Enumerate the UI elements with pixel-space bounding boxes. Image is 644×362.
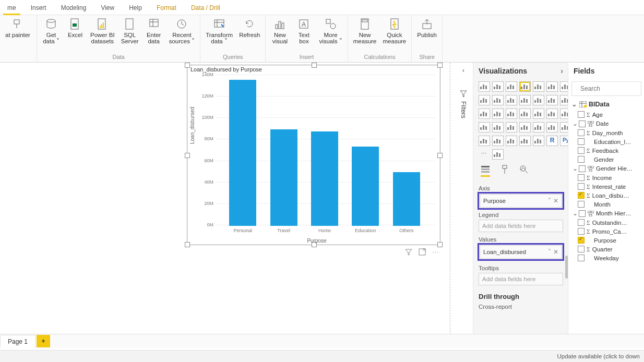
- field-checkbox[interactable]: [578, 183, 585, 190]
- pbi-datasets-button[interactable]: Power BIdatasets: [90, 17, 115, 44]
- tab-modeling[interactable]: Modeling: [54, 1, 94, 15]
- field-checkbox[interactable]: [578, 174, 585, 181]
- chevron-down-icon[interactable]: ˅: [548, 197, 551, 204]
- field-checkbox[interactable]: [578, 138, 585, 145]
- report-canvas[interactable]: Loan_disbursed by Purpose Loan_disbursed…: [0, 63, 644, 335]
- chevron-down-icon[interactable]: ⌄: [571, 100, 577, 108]
- viz-type-icon[interactable]: [492, 81, 504, 92]
- viz-type-icon[interactable]: [519, 108, 531, 119]
- viz-type-icon[interactable]: [492, 136, 504, 146]
- viz-type-icon[interactable]: [492, 122, 504, 132]
- viz-type-icon[interactable]: ···: [479, 149, 489, 159]
- field-item[interactable]: ΣPromo_Ca…: [570, 227, 642, 236]
- viz-type-icon[interactable]: [506, 81, 517, 92]
- viz-type-icon[interactable]: [546, 95, 558, 105]
- viz-type-icon[interactable]: [506, 122, 517, 132]
- field-item[interactable]: ΣQuarter: [570, 245, 642, 254]
- field-item[interactable]: Education_l…: [570, 137, 642, 146]
- remove-field-icon[interactable]: ✕: [553, 248, 558, 256]
- more-visuals-button[interactable]: Morevisuals ˅: [319, 17, 342, 44]
- field-checkbox[interactable]: [579, 165, 586, 172]
- add-page-button[interactable]: +: [37, 335, 50, 347]
- tab-data-drill[interactable]: Data / Drill: [184, 1, 228, 15]
- viz-type-icon[interactable]: [546, 122, 558, 132]
- tooltips-well[interactable]: Add data fields here: [479, 273, 563, 285]
- new-visual-button[interactable]: Newvisual: [271, 17, 289, 44]
- axis-well[interactable]: Purpose ˅✕: [480, 194, 562, 208]
- viz-type-icon[interactable]: [560, 108, 568, 119]
- format-tab-icon[interactable]: [500, 165, 509, 177]
- viz-type-icon[interactable]: [533, 81, 544, 92]
- field-item[interactable]: ΣLoan_disbu…: [570, 191, 642, 200]
- viz-type-icon[interactable]: [519, 81, 531, 92]
- field-checkbox[interactable]: [578, 228, 585, 235]
- tab-insert[interactable]: Insert: [23, 1, 54, 15]
- viz-type-icon[interactable]: [533, 136, 544, 146]
- chevron-down-icon[interactable]: ⌄: [573, 120, 577, 127]
- page-tab[interactable]: Page 1: [0, 335, 35, 348]
- viz-type-icon[interactable]: Py: [560, 136, 568, 146]
- field-checkbox[interactable]: [578, 219, 585, 226]
- viz-type-icon[interactable]: [479, 95, 490, 105]
- viz-type-icon[interactable]: [492, 149, 504, 160]
- bar[interactable]: [352, 147, 379, 226]
- excel-button[interactable]: Excel: [66, 17, 84, 38]
- field-checkbox[interactable]: [578, 111, 585, 118]
- bar[interactable]: [311, 131, 338, 226]
- transform-data-button[interactable]: Transformdata ˅: [206, 17, 233, 44]
- tab-view[interactable]: View: [93, 1, 122, 15]
- publish-button[interactable]: Publish: [417, 17, 437, 38]
- resize-handle[interactable]: [185, 63, 190, 68]
- viz-type-icon[interactable]: R: [546, 136, 558, 146]
- text-box-button[interactable]: A Textbox: [295, 17, 313, 44]
- fields-table-header[interactable]: ⌄ BIData: [568, 98, 644, 110]
- viz-type-icon[interactable]: [479, 122, 490, 132]
- fields-tab-icon[interactable]: [481, 165, 490, 177]
- chevron-down-icon[interactable]: ⌄: [573, 210, 577, 217]
- viz-type-icon[interactable]: [519, 95, 531, 105]
- field-checkbox[interactable]: [578, 129, 585, 136]
- field-item[interactable]: ΣAge: [570, 110, 642, 119]
- viz-type-icon[interactable]: [519, 136, 531, 146]
- field-item[interactable]: Gender: [570, 155, 642, 164]
- fields-search[interactable]: [571, 81, 641, 96]
- bar[interactable]: [393, 172, 420, 226]
- quick-measure-button[interactable]: Quickmeasure: [383, 17, 407, 44]
- field-checkbox[interactable]: [578, 192, 585, 199]
- enter-data-button[interactable]: Enterdata: [145, 17, 163, 44]
- field-item[interactable]: ΣFeedback: [570, 146, 642, 155]
- filters-pane-collapsed[interactable]: ‹ Filters: [458, 67, 469, 118]
- fields-search-input[interactable]: [579, 85, 644, 93]
- get-data-button[interactable]: Getdata ˅: [42, 17, 60, 44]
- resize-handle[interactable]: [437, 153, 443, 158]
- field-checkbox[interactable]: [579, 120, 586, 127]
- tab-home[interactable]: me: [0, 1, 23, 15]
- chevron-right-icon[interactable]: ›: [560, 67, 563, 75]
- field-item[interactable]: ⌄Month Hier…: [570, 209, 642, 218]
- field-item[interactable]: ΣInterest_rate: [570, 182, 642, 191]
- chart-visual[interactable]: Loan_disbursed by Purpose Loan_disbursed…: [187, 65, 440, 245]
- viz-type-icon[interactable]: [479, 81, 490, 92]
- more-options-icon[interactable]: ···: [432, 248, 439, 256]
- resize-handle[interactable]: [185, 153, 190, 158]
- field-item[interactable]: ΣOutstandin…: [570, 218, 642, 227]
- chevron-down-icon[interactable]: ˅: [548, 248, 551, 256]
- chevron-left-icon[interactable]: ‹: [462, 67, 464, 74]
- field-item[interactable]: ⌄Gender Hie…: [570, 164, 642, 173]
- field-item[interactable]: Purpose: [570, 236, 642, 245]
- legend-well[interactable]: Add data fields here: [479, 220, 563, 232]
- field-checkbox[interactable]: [578, 246, 585, 252]
- viz-type-icon[interactable]: [546, 81, 558, 92]
- resize-handle[interactable]: [312, 63, 317, 68]
- new-measure-button[interactable]: Newmeasure: [353, 17, 377, 44]
- sql-server-button[interactable]: SQLServer: [121, 17, 139, 44]
- tab-help[interactable]: Help: [122, 1, 149, 15]
- filter-icon[interactable]: [405, 248, 412, 256]
- field-checkbox[interactable]: [578, 237, 585, 244]
- refresh-button[interactable]: Refresh: [239, 17, 260, 38]
- remove-field-icon[interactable]: ✕: [553, 197, 558, 204]
- focus-mode-icon[interactable]: [419, 248, 426, 256]
- viz-type-icon[interactable]: [479, 136, 490, 146]
- bar[interactable]: [229, 80, 256, 226]
- viz-type-icon[interactable]: [560, 122, 568, 132]
